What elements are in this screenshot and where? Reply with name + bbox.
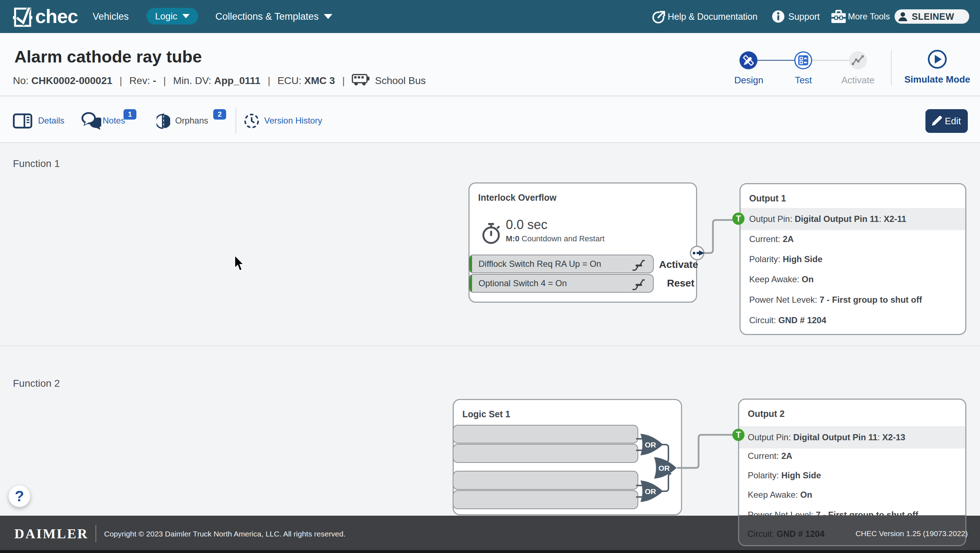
svg-text:OR: OR [645,441,656,449]
svg-text:OR: OR [645,487,656,496]
svg-text:OR: OR [659,464,670,472]
